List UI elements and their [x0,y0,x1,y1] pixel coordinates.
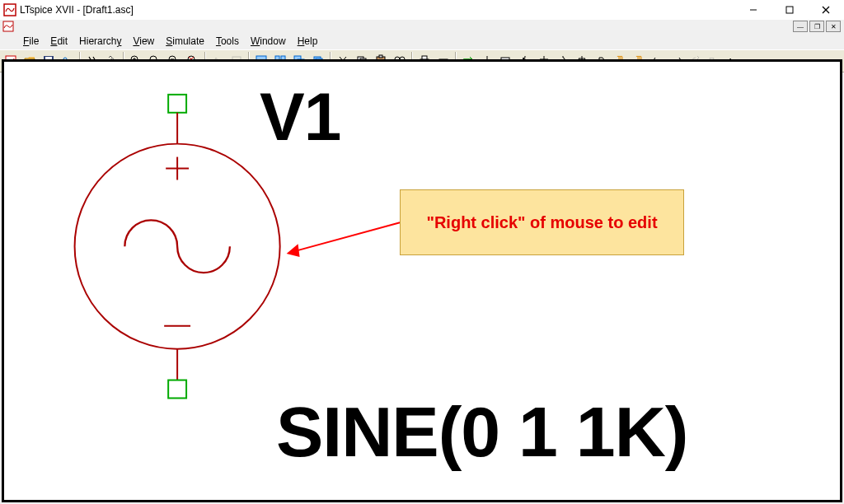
minimize-button[interactable] [735,0,771,20]
svg-rect-66 [168,95,186,113]
menu-view[interactable]: View [128,34,159,49]
minimize-icon [749,6,757,14]
component-refdes-label[interactable]: V1 [260,78,340,156]
instruction-callout: "Right click" of mouse to edit [400,189,684,255]
voltage-source-component[interactable] [75,95,280,399]
callout-arrow [287,222,400,257]
mdi-restore-button[interactable]: ❐ [809,21,824,32]
window-controls [735,0,844,20]
document-icon [2,21,14,32]
maximize-button[interactable] [771,0,808,20]
menubar: File Edit Hierarchy View Simulate Tools … [0,33,844,49]
svg-rect-42 [379,55,382,58]
window-title: LTspice XVII - [Draft1.asc] [20,4,841,16]
menu-file[interactable]: File [18,34,44,49]
app-icon [3,3,16,16]
svg-rect-73 [168,380,186,399]
mdi-controls: — ❐ ✕ [0,20,844,33]
close-button[interactable] [808,0,844,20]
titlebar: LTspice XVII - [Draft1.asc] [0,0,844,20]
close-icon [822,6,831,15]
menu-simulate[interactable]: Simulate [161,34,209,49]
menu-edit[interactable]: Edit [45,34,73,49]
menu-hierarchy[interactable]: Hierarchy [74,34,126,49]
mdi-close-button[interactable]: ✕ [826,21,841,32]
svg-rect-2 [786,7,793,13]
maximize-icon [785,6,794,14]
menu-help[interactable]: Help [293,34,323,49]
mdi-minimize-button[interactable]: — [793,21,808,32]
svg-line-74 [292,222,401,252]
menu-window[interactable]: Window [246,34,291,49]
menu-tools[interactable]: Tools [211,34,244,49]
callout-text: "Right click" of mouse to edit [426,213,657,232]
component-value-label[interactable]: SINE(0 1 1K) [276,391,687,473]
svg-marker-75 [287,244,300,257]
schematic-canvas[interactable]: V1 SINE(0 1 1K) "Right click" of mouse t… [2,59,842,502]
